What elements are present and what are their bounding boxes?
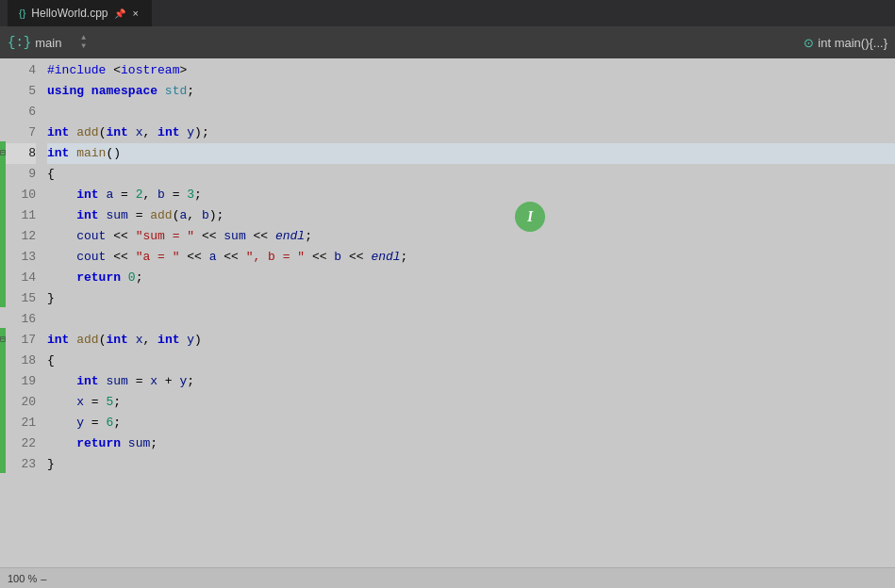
code-token: iostream	[121, 60, 179, 81]
code-line-6	[47, 102, 895, 122]
code-token	[47, 226, 76, 247]
code-token: 0	[128, 268, 136, 288]
code-token	[47, 185, 76, 205]
tab-close-button[interactable]: ×	[131, 8, 141, 19]
code-token	[121, 433, 128, 454]
code-line-22: return sum;	[47, 433, 895, 454]
code-token: );	[194, 122, 209, 143]
code-token	[47, 205, 76, 226]
code-token: =	[113, 185, 135, 205]
code-token: 2	[136, 185, 143, 205]
code-line-20: x = 5;	[47, 392, 895, 413]
code-token: ;	[150, 433, 157, 454]
code-token: int	[76, 205, 98, 226]
code-token: <<	[305, 247, 334, 268]
line-num-23: 23	[6, 454, 36, 475]
line-num-20: 20	[6, 392, 36, 413]
line-num-5: 5	[6, 81, 36, 102]
line-num-14: 14	[6, 268, 36, 288]
breadcrumb-left: {:} main add ▲ ▼	[8, 34, 800, 51]
code-token: ;	[136, 268, 143, 288]
code-token: b	[157, 185, 165, 205]
code-line-4: #include <iostream>	[47, 60, 895, 81]
code-token	[99, 371, 107, 392]
code-token: y	[179, 371, 187, 392]
code-token: a	[106, 185, 113, 205]
code-token: <<	[106, 226, 135, 247]
code-token: namespace	[91, 81, 157, 102]
code-token: ;	[305, 226, 312, 247]
line-num-22: 22	[6, 433, 36, 454]
code-area[interactable]: I #include <iostream> using namespace st…	[43, 58, 895, 567]
code-line-18: {	[47, 351, 895, 371]
code-token	[47, 247, 76, 268]
code-token	[121, 268, 128, 288]
line-num-11: 11	[6, 205, 36, 226]
code-token: ,	[142, 330, 157, 351]
line-num-8: ⊟8	[6, 143, 36, 164]
code-token: return	[76, 433, 121, 454]
code-token	[47, 433, 76, 454]
function-selector[interactable]: main add	[35, 36, 77, 50]
code-token: ;	[194, 185, 202, 205]
code-token	[99, 185, 107, 205]
tab-pin-icon[interactable]: 📌	[114, 8, 125, 19]
code-line-13: cout << "a = " << a << ", b = " << b << …	[47, 247, 895, 268]
scroll-arrows[interactable]: ▲ ▼	[81, 34, 86, 51]
code-token	[128, 330, 136, 351]
line-num-16: 16	[6, 309, 36, 330]
code-token: <<	[246, 226, 275, 247]
code-token: int	[157, 330, 179, 351]
code-token: =	[128, 371, 150, 392]
code-token: #include	[47, 60, 106, 81]
code-token: {	[47, 351, 55, 371]
code-line-16	[47, 309, 895, 330]
code-token: y	[187, 122, 194, 143]
code-token: (	[173, 205, 180, 226]
code-token: =	[128, 205, 150, 226]
line-num-18: 18	[6, 351, 36, 371]
code-line-14: return 0;	[47, 268, 895, 288]
code-token: <<	[179, 247, 208, 268]
breadcrumb-right: ⊙ int main(){...}	[804, 36, 887, 50]
code-token: using	[47, 81, 84, 102]
code-token: add	[76, 122, 98, 143]
code-line-10: int a = 2, b = 3;	[47, 185, 895, 205]
code-token	[47, 392, 76, 413]
code-token: x	[76, 392, 84, 413]
code-token: sum	[106, 205, 127, 226]
code-line-8: int main()	[47, 143, 895, 164]
code-token: ", b = "	[246, 247, 305, 268]
code-token: int	[47, 143, 69, 164]
code-token: int	[157, 122, 179, 143]
code-line-11: int sum = add(a, b);	[47, 205, 895, 226]
code-token: );	[209, 205, 224, 226]
code-token: main	[76, 143, 106, 164]
line-num-7: 7	[6, 122, 36, 143]
function-signature: int main(){...}	[818, 36, 887, 50]
code-line-15: }	[47, 288, 895, 309]
code-token: (	[99, 330, 107, 351]
code-token: }	[47, 288, 55, 309]
code-token: return	[76, 268, 121, 288]
editor-area: 4 5 6 7 ⊟8 9 10 11 12 13 14 15 16 ⊟17 18…	[0, 58, 895, 567]
code-token	[157, 81, 165, 102]
function-icon: ⊙	[804, 36, 814, 50]
code-token: <<	[341, 247, 371, 268]
code-token: sum	[128, 433, 150, 454]
editor-tab[interactable]: {} HelloWorld.cpp 📌 ×	[8, 0, 152, 26]
code-token	[69, 143, 76, 164]
code-token: x	[136, 122, 143, 143]
code-token: int	[106, 122, 127, 143]
fold-icon-17[interactable]: ⊟	[0, 330, 6, 351]
code-token: int	[76, 371, 98, 392]
code-token: endl	[275, 226, 305, 247]
code-token: }	[47, 454, 55, 475]
code-token: ;	[401, 247, 408, 268]
code-token: 6	[106, 413, 113, 433]
scroll-down-arrow[interactable]: ▼	[81, 42, 86, 51]
fold-icon-8[interactable]: ⊟	[0, 143, 6, 164]
code-token: y	[76, 413, 84, 433]
code-token	[179, 122, 187, 143]
code-token: sum	[106, 371, 127, 392]
